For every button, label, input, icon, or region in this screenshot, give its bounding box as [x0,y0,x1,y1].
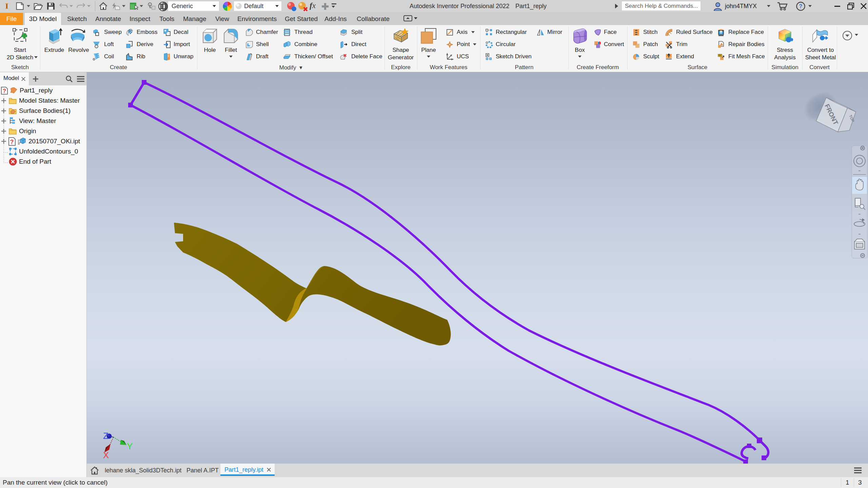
svg-text:Y: Y [127,441,133,451]
svg-text:?: ? [3,88,6,94]
svg-text:?: ? [799,3,803,9]
svg-text:Z: Z [103,431,108,441]
svg-text:X: X [103,450,109,460]
svg-text:?: ? [10,139,14,145]
